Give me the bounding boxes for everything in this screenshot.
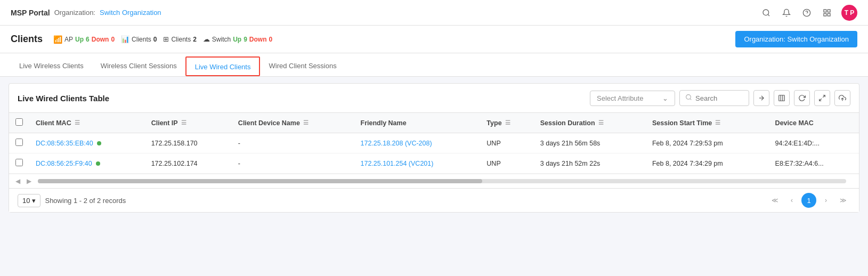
tab-wired-client-sessions[interactable]: Wired Client Sessions xyxy=(260,56,345,76)
table-header-bar: Live Wired Clients Table Select Attribut… xyxy=(9,84,859,113)
friendly-name-link-0[interactable]: 172.25.18.208 (VC-208) xyxy=(361,140,432,147)
svg-line-15 xyxy=(820,99,822,101)
scroll-arrows: ◀ ▶ xyxy=(13,176,34,186)
prev-page-button[interactable]: ‹ xyxy=(784,193,799,208)
page-1-button[interactable]: 1 xyxy=(801,193,816,208)
scroll-left-arrow[interactable]: ◀ xyxy=(13,176,22,186)
page-size-select[interactable]: 10 ▾ xyxy=(18,194,40,207)
table-controls: Select Attribute ⌄ xyxy=(590,90,850,106)
footer-left: 10 ▾ Showing 1 - 2 of 2 records xyxy=(18,194,126,207)
table-title: Live Wired Clients Table xyxy=(18,94,109,103)
cell-session-duration-1: 3 days 21h 52m 22s xyxy=(534,153,646,174)
svg-line-1 xyxy=(768,14,769,16)
help-icon[interactable] xyxy=(801,7,813,19)
collapse-icon-btn[interactable] xyxy=(753,90,769,106)
col-menu-client-mac[interactable]: ☰ xyxy=(75,119,80,126)
chevron-down-icon: ▾ xyxy=(32,197,36,205)
col-menu-client-device-name[interactable]: ☰ xyxy=(303,119,309,126)
row-checkbox-0[interactable] xyxy=(15,139,23,146)
select-attribute-dropdown[interactable]: Select Attribute ⌄ xyxy=(590,91,675,106)
search-box xyxy=(679,90,749,106)
col-menu-session-duration[interactable]: ☰ xyxy=(598,119,604,126)
cell-type-0: UNP xyxy=(480,133,533,153)
col-client-ip: Client IP ☰ xyxy=(145,113,232,133)
tab-live-wireless-clients[interactable]: Live Wireless Clients xyxy=(11,56,92,76)
table-footer: 10 ▾ Showing 1 - 2 of 2 records ≪ ‹ 1 › … xyxy=(9,188,859,212)
refresh-icon-btn[interactable] xyxy=(794,90,810,106)
ap-up-label: Up xyxy=(75,36,84,43)
svg-point-0 xyxy=(763,10,769,15)
stat-bar: 📶 AP Up 6 Down 0 📊 Clients 0 ⊞ Clients 2 xyxy=(53,35,272,44)
cell-friendly-name-1: 172.25.101.254 (VC201) xyxy=(354,153,481,174)
clients-wifi-val: 0 xyxy=(153,36,157,43)
col-menu-session-start-time[interactable]: ☰ xyxy=(715,119,720,126)
columns-icon-btn[interactable] xyxy=(774,90,790,106)
cell-client-device-name-1: - xyxy=(232,153,354,174)
table-row: DC:08:56:25:F9:40 172.25.102.174 - 172.2… xyxy=(9,153,859,174)
switch-org-button[interactable]: Organization: Switch Organization xyxy=(735,31,857,47)
friendly-name-link-1[interactable]: 172.25.101.254 (VC201) xyxy=(361,160,434,167)
row-checkbox-1[interactable] xyxy=(15,159,23,166)
ap-down-label: Down xyxy=(92,36,109,43)
scroll-thumb[interactable] xyxy=(38,179,482,183)
portal-label: MSP Portal xyxy=(11,9,50,17)
top-nav: MSP Portal Organization: Switch Organiza… xyxy=(0,0,868,26)
svg-rect-11 xyxy=(779,95,785,101)
client-mac-link-0[interactable]: DC:08:56:35:EB:40 xyxy=(36,140,93,147)
tab-wireless-client-sessions[interactable]: Wireless Client Sessions xyxy=(92,56,185,76)
switch-stat: ☁ Switch Up 9 Down 0 xyxy=(203,35,272,43)
cell-type-1: UNP xyxy=(480,153,533,174)
row-checkbox-cell[interactable] xyxy=(9,153,29,174)
cell-client-mac-0: DC:08:56:35:EB:40 xyxy=(29,133,145,153)
switch-org-link[interactable]: Switch Organization xyxy=(100,9,161,17)
last-page-button[interactable]: ≫ xyxy=(835,193,850,208)
client-mac-link-1[interactable]: DC:08:56:25:F9:40 xyxy=(36,160,92,167)
search-icon[interactable] xyxy=(760,7,772,19)
cell-session-start-time-0: Feb 8, 2024 7:29:53 pm xyxy=(646,133,769,153)
col-friendly-name: Friendly Name xyxy=(354,113,481,133)
cloud-icon: ☁ xyxy=(203,35,210,43)
switch-label: Switch xyxy=(212,36,231,43)
clients-wired-stat: ⊞ Clients 2 xyxy=(163,35,196,43)
cell-session-start-time-1: Feb 8, 2024 7:34:29 pm xyxy=(646,153,769,174)
col-type: Type ☰ xyxy=(480,113,533,133)
showing-records-text: Showing 1 - 2 of 2 records xyxy=(45,197,126,205)
cell-device-mac-1: E8:E7:32:A4:6... xyxy=(769,153,859,174)
svg-point-8 xyxy=(686,95,691,100)
search-input[interactable] xyxy=(695,94,743,102)
next-page-button[interactable]: › xyxy=(818,193,833,208)
scroll-track[interactable] xyxy=(38,179,846,183)
cell-client-ip-0: 172.25.158.170 xyxy=(145,133,232,153)
svg-line-14 xyxy=(823,95,825,98)
page-title: Clients xyxy=(11,34,43,45)
pagination: ≪ ‹ 1 › ≫ xyxy=(767,193,850,208)
select-all-header[interactable] xyxy=(9,113,29,133)
tab-live-wired-clients[interactable]: Live Wired Clients xyxy=(185,56,261,76)
col-menu-type[interactable]: ☰ xyxy=(505,119,510,126)
row-checkbox-cell[interactable] xyxy=(9,133,29,153)
cell-client-device-name-0: - xyxy=(232,133,354,153)
switch-up-val: 9 xyxy=(244,36,247,43)
select-attribute-label: Select Attribute xyxy=(597,94,643,102)
select-all-checkbox[interactable] xyxy=(15,118,23,126)
svg-rect-6 xyxy=(824,13,826,16)
ap-down-val: 0 xyxy=(111,36,115,43)
apps-icon[interactable] xyxy=(821,7,833,19)
upload-icon-btn[interactable] xyxy=(834,90,850,106)
horizontal-scrollbar[interactable]: ◀ ▶ xyxy=(9,174,859,188)
org-label: Organization: xyxy=(54,9,95,17)
search-icon xyxy=(685,94,692,102)
clients-wifi-label: Clients xyxy=(132,36,151,43)
col-device-mac: Device MAC xyxy=(769,113,859,133)
expand-icon-btn[interactable] xyxy=(814,90,830,106)
col-client-device-name: Client Device Name ☰ xyxy=(232,113,354,133)
table-area: Live Wired Clients Table Select Attribut… xyxy=(9,83,859,213)
top-nav-right: T P xyxy=(760,5,857,21)
bell-icon[interactable] xyxy=(781,7,792,19)
first-page-button[interactable]: ≪ xyxy=(767,193,782,208)
col-menu-client-ip[interactable]: ☰ xyxy=(181,119,186,126)
ap-stat: 📶 AP Up 6 Down 0 xyxy=(53,35,115,44)
cell-client-mac-1: DC:08:56:25:F9:40 xyxy=(29,153,145,174)
avatar[interactable]: T P xyxy=(841,5,857,21)
scroll-right-arrow[interactable]: ▶ xyxy=(25,176,34,186)
